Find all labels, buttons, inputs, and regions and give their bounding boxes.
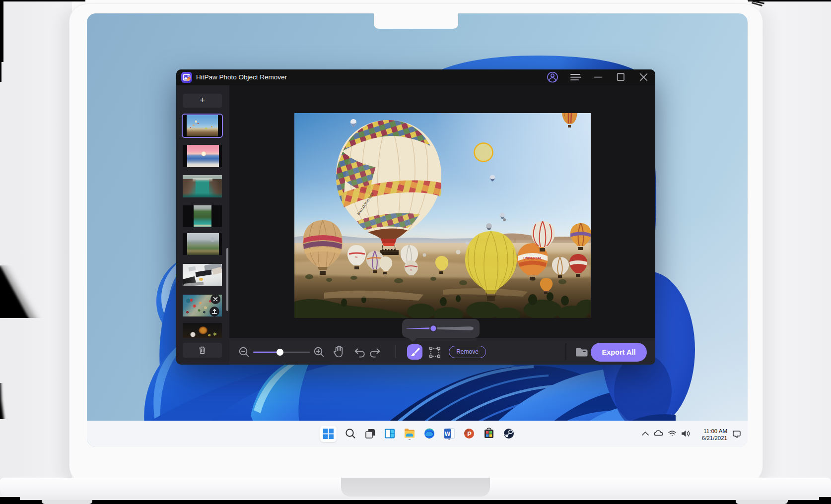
svg-text:6/21/2021: 6/21/2021 — [702, 435, 727, 441]
svg-text:UNIVERSAL: UNIVERSAL — [523, 256, 542, 260]
svg-text:P: P — [467, 430, 472, 438]
svg-text:V: V — [410, 268, 412, 271]
svg-text:G: G — [355, 255, 358, 258]
svg-text:W: W — [445, 431, 451, 438]
svg-text:11:00 AM: 11:00 AM — [703, 428, 727, 434]
